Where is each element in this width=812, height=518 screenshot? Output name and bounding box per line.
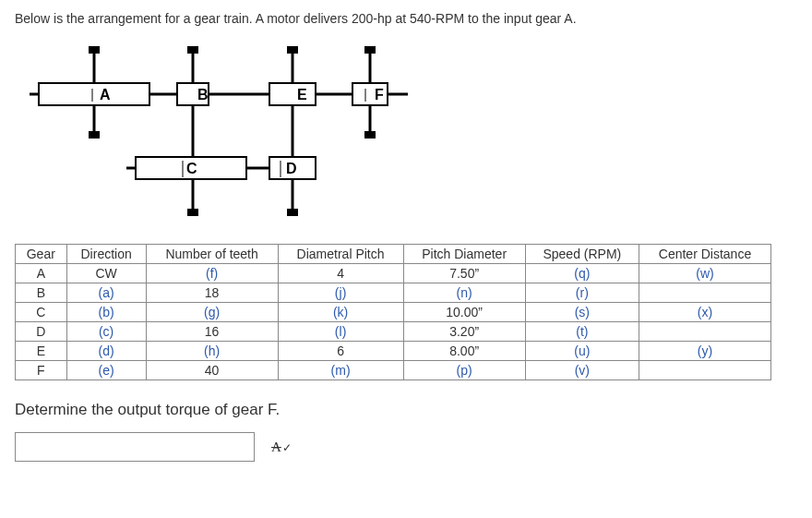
gear-label-e: E (297, 87, 307, 102)
col-rpm: Speed (RPM) (525, 245, 639, 264)
cell-pd: (p) (403, 361, 525, 380)
cell-cd: (w) (639, 264, 771, 283)
cell-dir: (d) (66, 342, 146, 361)
svg-rect-13 (187, 209, 198, 216)
col-dp: Diametral Pitch (278, 245, 403, 264)
svg-rect-25 (364, 131, 376, 139)
gear-label-c: C (186, 161, 197, 176)
cell-rpm: (v) (525, 361, 639, 380)
problem-statement: Below is the arrangement for a gear trai… (15, 11, 797, 26)
svg-rect-9 (187, 46, 198, 54)
cell-dir: (b) (66, 303, 146, 322)
cell-teeth: (g) (146, 303, 278, 322)
col-teeth: Number of teeth (146, 245, 278, 264)
cell-pd: 8.00” (403, 342, 525, 361)
table-row: ACW(f)47.50”(q)(w) (16, 264, 771, 283)
svg-rect-6 (89, 131, 100, 139)
cell-pd: 10.00” (403, 303, 525, 322)
svg-rect-2 (39, 83, 149, 105)
cell-dp: (m) (278, 361, 403, 380)
cell-gear: D (16, 322, 67, 342)
col-pd: Pitch Diameter (403, 245, 525, 264)
svg-rect-20 (287, 209, 298, 216)
col-gear: Gear (16, 245, 67, 264)
cell-gear: B (16, 283, 67, 303)
cell-dir: (c) (66, 322, 146, 342)
cell-pd: 3.20” (403, 322, 525, 342)
answer-row: A✓ (15, 432, 797, 462)
table-row: F(e)40(m)(p)(v) (16, 361, 771, 380)
cell-dir: (e) (66, 361, 146, 380)
cell-cd: (y) (639, 342, 771, 361)
cell-gear: F (16, 361, 67, 380)
cell-cd (639, 283, 771, 303)
col-cd: Center Distance (639, 245, 771, 264)
cell-dp: (k) (278, 303, 403, 322)
cell-teeth: 16 (146, 322, 278, 342)
cell-rpm: (s) (525, 303, 639, 322)
cell-teeth: (f) (146, 264, 278, 283)
gear-label-f: F (375, 87, 384, 102)
svg-rect-23 (364, 46, 376, 54)
gear-label-a: A (100, 87, 111, 102)
cell-gear: C (16, 303, 67, 322)
table-header-row: Gear Direction Number of teeth Diametral… (16, 245, 771, 264)
answer-input[interactable] (15, 432, 255, 462)
cell-rpm: (u) (525, 342, 639, 361)
gear-train-diagram: A B C D E F (20, 39, 797, 223)
col-direction: Direction (66, 245, 146, 264)
cell-dp: 4 (278, 264, 403, 283)
cell-teeth: 18 (146, 283, 278, 303)
format-check-icon[interactable]: A✓ (271, 440, 292, 455)
cell-cd (639, 322, 771, 342)
gear-label-b: B (197, 87, 209, 102)
table-row: B(a)18(j)(n)(r) (16, 283, 771, 303)
table-row: E(d)(h)68.00”(u)(y) (16, 342, 771, 361)
cell-dp: (l) (278, 322, 403, 342)
svg-rect-16 (287, 46, 298, 54)
cell-rpm: (t) (525, 322, 639, 342)
cell-dir: (a) (66, 283, 146, 303)
cell-cd (639, 361, 771, 380)
cell-teeth: 40 (146, 361, 278, 380)
cell-dir: CW (66, 264, 146, 283)
gear-label-d: D (286, 161, 297, 176)
cell-pd: (n) (403, 283, 525, 303)
cell-rpm: (r) (525, 283, 639, 303)
cell-dp: (j) (278, 283, 403, 303)
question-text: Determine the output torque of gear F. (15, 401, 797, 419)
svg-rect-4 (89, 46, 100, 54)
cell-teeth: (h) (146, 342, 278, 361)
cell-gear: E (16, 342, 67, 361)
cell-pd: 7.50” (403, 264, 525, 283)
gear-data-table: Gear Direction Number of teeth Diametral… (15, 244, 771, 380)
cell-dp: 6 (278, 342, 403, 361)
table-row: D(c)16(l)3.20”(t) (16, 322, 771, 342)
cell-gear: A (16, 264, 67, 283)
cell-rpm: (q) (525, 264, 639, 283)
svg-rect-14 (269, 83, 316, 105)
cell-cd: (x) (639, 303, 771, 322)
table-row: C(b)(g)(k)10.00”(s)(x) (16, 303, 771, 322)
